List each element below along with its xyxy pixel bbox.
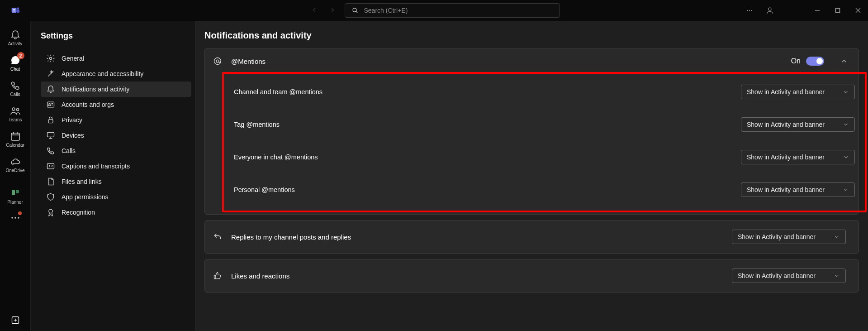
svg-point-24 — [18, 217, 19, 219]
sidebar-item-files[interactable]: Files and links — [41, 174, 191, 189]
app-rail: Activity 2 Chat Calls Teams Calendar One… — [0, 21, 31, 331]
window-close-button[interactable] — [848, 0, 868, 21]
svg-rect-11 — [835, 9, 840, 13]
likes-dropdown[interactable]: Show in Activity and banner — [732, 269, 846, 283]
settings-content: Notifications and activity @Mentions On … — [195, 21, 868, 331]
svg-point-7 — [749, 10, 749, 11]
replies-label: Replies to my channel posts and replies — [231, 233, 351, 241]
svg-point-9 — [768, 8, 771, 10]
window-maximize-button[interactable] — [827, 0, 848, 21]
svg-rect-33 — [48, 120, 53, 123]
sidebar-item-accounts[interactable]: Accounts and orgs — [41, 97, 191, 112]
svg-line-5 — [356, 11, 357, 13]
svg-rect-16 — [11, 133, 19, 140]
svg-point-39 — [214, 58, 221, 65]
chevron-down-icon — [843, 154, 849, 160]
svg-point-8 — [751, 10, 752, 11]
mention-dropdown-everyone[interactable]: Show in Activity and banner — [741, 150, 855, 164]
chevron-down-icon — [843, 187, 849, 193]
nav-back-button[interactable] — [308, 4, 320, 17]
likes-label: Likes and reactions — [231, 272, 289, 280]
sidebar-item-general[interactable]: General — [41, 51, 191, 66]
svg-point-4 — [353, 8, 356, 12]
document-icon — [46, 177, 55, 186]
mentions-collapse-button[interactable] — [838, 55, 850, 67]
id-card-icon — [46, 100, 55, 109]
bell-icon — [46, 85, 55, 94]
calendar-icon — [10, 131, 21, 142]
sidebar-item-calls[interactable]: Calls — [41, 143, 191, 158]
svg-point-30 — [49, 104, 50, 105]
reply-icon — [213, 232, 222, 241]
likes-card: Likes and reactions Show in Activity and… — [204, 259, 859, 293]
svg-point-40 — [216, 60, 219, 62]
chevron-up-icon — [840, 58, 848, 65]
thumbs-up-icon — [213, 271, 222, 280]
mention-row-personal: Personal @mentions Show in Activity and … — [234, 173, 855, 206]
cc-icon — [46, 162, 55, 171]
bell-icon — [10, 29, 21, 40]
mention-row-everyone: Everyone in chat @mentions Show in Activ… — [234, 141, 855, 173]
rail-more-apps[interactable] — [0, 209, 31, 227]
chevron-down-icon — [843, 89, 849, 95]
settings-sidebar: Settings General Appearance and accessib… — [31, 21, 195, 331]
svg-point-23 — [14, 217, 16, 219]
svg-point-28 — [50, 58, 52, 60]
svg-rect-37 — [47, 163, 54, 169]
mention-row-channel: Channel and team @mentions Show in Activ… — [234, 76, 855, 108]
svg-point-22 — [11, 217, 13, 219]
rail-activity[interactable]: Activity — [0, 25, 31, 50]
sparkle-icon — [46, 69, 55, 78]
mention-dropdown-tag[interactable]: Show in Activity and banner — [741, 117, 855, 132]
rail-teams[interactable]: Teams — [0, 101, 31, 126]
page-title: Notifications and activity — [204, 30, 862, 41]
teams-logo: T — [0, 6, 31, 15]
rail-calls[interactable]: Calls — [0, 76, 31, 101]
more-options-button[interactable] — [739, 0, 759, 21]
sidebar-item-devices[interactable]: Devices — [41, 128, 191, 143]
mention-dropdown-personal[interactable]: Show in Activity and banner — [741, 182, 855, 197]
sidebar-item-notifications[interactable]: Notifications and activity — [41, 82, 191, 97]
lock-icon — [46, 115, 55, 125]
chat-badge: 2 — [17, 52, 24, 59]
replies-card: Replies to my channel posts and replies … — [204, 220, 859, 254]
svg-rect-34 — [47, 132, 54, 137]
shield-icon — [46, 192, 55, 201]
svg-point-6 — [747, 10, 748, 11]
sidebar-item-appearance[interactable]: Appearance and accessibility — [41, 66, 191, 82]
svg-rect-21 — [16, 190, 19, 193]
rail-chat[interactable]: 2 Chat — [0, 50, 31, 76]
chevron-down-icon — [843, 121, 849, 128]
window-minimize-button[interactable] — [807, 0, 827, 21]
cloud-icon — [10, 156, 21, 167]
rail-calendar[interactable]: Calendar — [0, 126, 31, 152]
rail-onedrive[interactable]: OneDrive — [0, 152, 31, 177]
highlight-box: Channel and team @mentions Show in Activ… — [222, 72, 867, 212]
svg-text:T: T — [13, 8, 15, 13]
search-input[interactable]: Search (Ctrl+E) — [345, 3, 560, 18]
search-placeholder: Search (Ctrl+E) — [364, 7, 408, 14]
svg-point-38 — [49, 209, 52, 213]
at-icon — [213, 57, 222, 66]
mentions-card: @Mentions On Channel and team @mentions … — [204, 48, 859, 215]
svg-rect-29 — [47, 102, 54, 107]
monitor-icon — [46, 131, 55, 140]
sidebar-item-permissions[interactable]: App permissions — [41, 189, 191, 205]
sidebar-item-recognition[interactable]: Recognition — [41, 205, 191, 220]
gear-icon — [46, 54, 55, 63]
nav-forward-button[interactable] — [327, 4, 338, 17]
rail-planner[interactable]: Planner — [0, 183, 31, 209]
svg-rect-20 — [12, 190, 15, 195]
replies-dropdown[interactable]: Show in Activity and banner — [732, 230, 846, 244]
titlebar: T Search (Ctrl+E) — [0, 0, 868, 21]
mentions-section-title: @Mentions — [231, 58, 266, 65]
account-button[interactable] — [759, 0, 780, 21]
sidebar-item-privacy[interactable]: Privacy — [41, 112, 191, 128]
mention-dropdown-channel[interactable]: Show in Activity and banner — [741, 85, 855, 99]
sidebar-item-captions[interactable]: Captions and transcripts — [41, 158, 191, 174]
rail-add-app[interactable] — [11, 316, 20, 326]
svg-point-2 — [17, 7, 19, 10]
mentions-toggle[interactable] — [806, 57, 824, 66]
notification-dot — [18, 211, 22, 215]
phone-icon — [46, 146, 55, 155]
